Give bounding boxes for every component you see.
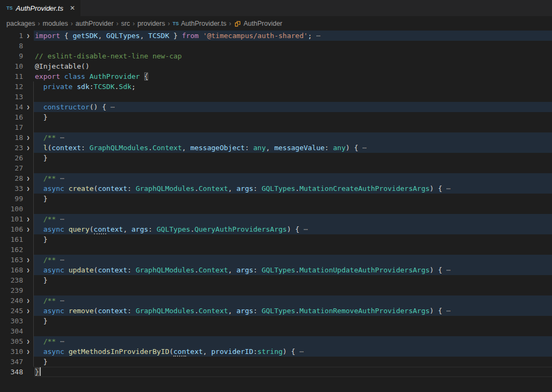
code-content[interactable] [34, 285, 552, 295]
editor[interactable]: 1❯import { getSDK, GQLTypes, TCSDK } fro… [0, 31, 552, 392]
line-number[interactable]: 17 [0, 122, 23, 132]
code-content[interactable]: } [34, 194, 552, 204]
line-number[interactable]: 10 [0, 61, 23, 71]
fold-chevron-icon[interactable]: ❯ [23, 346, 34, 357]
fold-chevron-icon[interactable]: ❯ [23, 224, 34, 234]
code-content[interactable]: /** ⋯ [34, 336, 552, 346]
line-number[interactable]: 99 [0, 194, 23, 204]
code-content[interactable]: private sdk:TCSDK.Sdk; [34, 82, 552, 92]
fold-chevron-icon[interactable]: ❯ [23, 102, 34, 112]
code-content[interactable]: } [34, 316, 552, 326]
close-icon[interactable]: ✕ [70, 5, 75, 11]
fold-ellipsis-icon[interactable]: ⋯ [304, 225, 308, 233]
code-content[interactable] [34, 245, 552, 255]
code-content[interactable]: export class AuthProvider { [34, 71, 552, 82]
line-number[interactable]: 23 [0, 143, 23, 153]
line-number[interactable]: 8 [0, 41, 23, 51]
breadcrumb-item-providers[interactable]: providers [137, 20, 165, 27]
line-number[interactable]: 28 [0, 173, 23, 183]
fold-ellipsis-icon[interactable]: ⋯ [316, 32, 320, 40]
code-content[interactable]: /** ⋯ [34, 255, 552, 265]
code-content[interactable]: } [34, 112, 552, 122]
code-content[interactable] [34, 92, 552, 102]
line-number[interactable]: 240 [0, 295, 23, 306]
line-number[interactable]: 305 [0, 336, 23, 346]
code-content[interactable]: } [34, 275, 552, 285]
code-content[interactable]: l(context: GraphQLModules.Context, messa… [34, 143, 552, 153]
line-number[interactable]: 106 [0, 224, 23, 234]
fold-chevron-icon[interactable]: ❯ [23, 336, 34, 346]
code-content[interactable]: constructor() { ⋯ [34, 102, 552, 112]
line-number[interactable]: 245 [0, 306, 23, 316]
code-content[interactable]: async getMethodsInProviderByID(context, … [34, 346, 552, 357]
fold-ellipsis-icon[interactable]: ⋯ [299, 347, 304, 356]
fold-ellipsis-icon[interactable]: ⋯ [60, 337, 64, 345]
code-content[interactable]: /** ⋯ [34, 173, 552, 183]
line-number[interactable]: 16 [0, 112, 23, 122]
line-number[interactable]: 161 [0, 234, 23, 245]
code-content[interactable] [34, 326, 552, 336]
line-number[interactable]: 1 [0, 31, 23, 41]
line-number[interactable]: 348 [0, 367, 23, 377]
code-content[interactable]: async remove(context: GraphQLModules.Con… [34, 306, 552, 316]
line-number[interactable]: 347 [0, 357, 23, 367]
code-content[interactable]: /** ⋯ [34, 295, 552, 306]
breadcrumb-item-authprovider[interactable]: authProvider [76, 20, 114, 27]
code-content[interactable]: @Injectable() [34, 61, 552, 71]
line-number[interactable]: 303 [0, 316, 23, 326]
fold-chevron-icon[interactable]: ❯ [23, 265, 34, 275]
fold-chevron-icon[interactable]: ❯ [23, 31, 34, 41]
line-number[interactable]: 238 [0, 275, 23, 285]
code-content[interactable]: import { getSDK, GQLTypes, TCSDK } from … [34, 31, 552, 41]
code-content[interactable]: } [34, 357, 552, 367]
line-number[interactable]: 33 [0, 183, 23, 194]
code-content[interactable]: } [34, 234, 552, 245]
code-content[interactable]: async create(context: GraphQLModules.Con… [34, 183, 552, 194]
fold-chevron-icon[interactable]: ❯ [23, 173, 34, 183]
line-number[interactable]: 11 [0, 71, 23, 82]
line-number[interactable]: 239 [0, 285, 23, 295]
fold-ellipsis-icon[interactable]: ⋯ [446, 184, 451, 193]
fold-ellipsis-icon[interactable]: ⋯ [446, 266, 451, 274]
line-number[interactable]: 27 [0, 163, 23, 173]
fold-chevron-icon[interactable]: ❯ [23, 295, 34, 306]
code-content[interactable] [34, 41, 552, 51]
line-number[interactable]: 163 [0, 255, 23, 265]
fold-ellipsis-icon[interactable]: ⋯ [60, 297, 64, 305]
breadcrumb-item-modules[interactable]: modules [43, 20, 68, 27]
breadcrumb-item-src[interactable]: src [121, 20, 130, 27]
line-number[interactable]: 168 [0, 265, 23, 275]
breadcrumb-item-authprovider-ts[interactable]: TSAuthProvider.ts [173, 20, 226, 27]
fold-chevron-icon[interactable]: ❯ [23, 132, 34, 143]
fold-chevron-icon[interactable]: ❯ [23, 306, 34, 316]
line-number[interactable]: 100 [0, 204, 23, 214]
code-content[interactable]: /** ⋯ [34, 214, 552, 224]
fold-ellipsis-icon[interactable]: ⋯ [60, 215, 64, 223]
line-number[interactable]: 304 [0, 326, 23, 336]
fold-ellipsis-icon[interactable]: ⋯ [111, 103, 115, 111]
breadcrumb-item-packages[interactable]: packages [6, 20, 35, 27]
line-number[interactable]: 26 [0, 153, 23, 163]
code-content[interactable]: async update(context: GraphQLModules.Con… [34, 265, 552, 275]
code-content[interactable] [34, 163, 552, 173]
fold-chevron-icon[interactable]: ❯ [23, 143, 34, 153]
line-number[interactable]: 18 [0, 132, 23, 143]
tab-authprovider[interactable]: TS AuthProvider.ts ✕ [0, 0, 80, 16]
code-content[interactable] [34, 204, 552, 214]
code-content[interactable]: } [34, 153, 552, 163]
code-content[interactable]: /** ⋯ [34, 132, 552, 143]
fold-ellipsis-icon[interactable]: ⋯ [60, 256, 64, 264]
fold-chevron-icon[interactable]: ❯ [23, 214, 34, 224]
fold-chevron-icon[interactable]: ❯ [23, 183, 34, 194]
fold-chevron-icon[interactable]: ❯ [23, 255, 34, 265]
line-number[interactable]: 310 [0, 346, 23, 357]
line-number[interactable]: 101 [0, 214, 23, 224]
breadcrumb-item-authprovider[interactable]: AuthProvider [234, 20, 282, 27]
code-content[interactable]: } [34, 367, 552, 377]
line-number[interactable]: 12 [0, 82, 23, 92]
code-content[interactable]: // eslint-disable-next-line new-cap [34, 51, 552, 61]
line-number[interactable]: 14 [0, 102, 23, 112]
code-content[interactable] [34, 122, 552, 132]
line-number[interactable]: 13 [0, 92, 23, 102]
line-number[interactable]: 9 [0, 51, 23, 61]
